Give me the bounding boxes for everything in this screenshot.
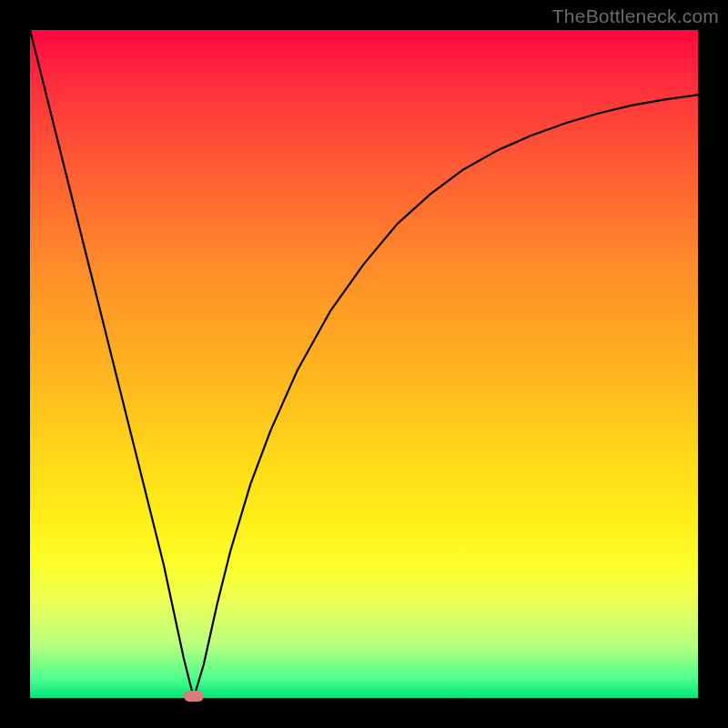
chart-frame: TheBottleneck.com <box>0 0 728 728</box>
watermark-text: TheBottleneck.com <box>552 5 719 27</box>
bottleneck-curve <box>30 30 698 698</box>
min-marker <box>184 691 204 702</box>
plot-area <box>30 30 698 698</box>
